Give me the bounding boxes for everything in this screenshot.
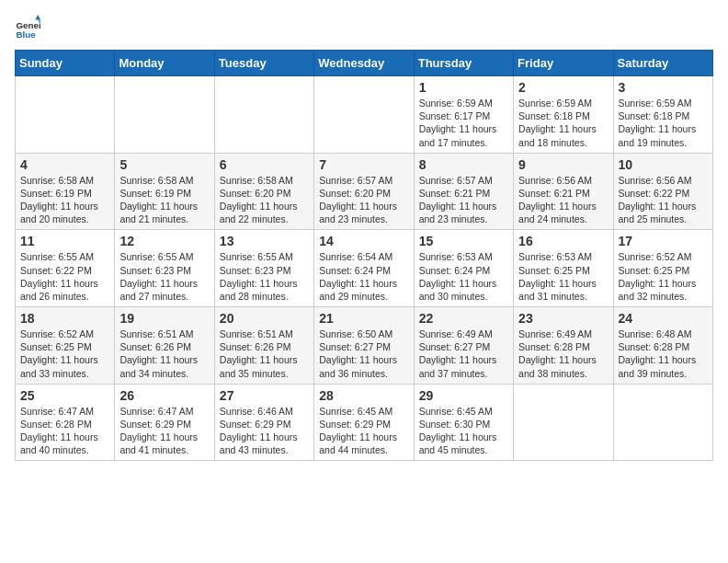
day-info: Sunrise: 6:56 AMSunset: 6:22 PMDaylight:…: [619, 174, 708, 226]
calendar-cell: 21Sunrise: 6:50 AMSunset: 6:27 PMDayligh…: [314, 307, 414, 385]
day-info: Sunrise: 6:46 AMSunset: 6:29 PMDaylight:…: [220, 405, 309, 457]
calendar-cell: 27Sunrise: 6:46 AMSunset: 6:29 PMDayligh…: [214, 384, 313, 461]
day-number: 17: [619, 234, 708, 248]
day-number: 10: [619, 157, 708, 172]
logo-icon: General Blue: [15, 15, 40, 40]
day-info: Sunrise: 6:53 AMSunset: 6:25 PMDaylight:…: [518, 250, 608, 303]
calendar-cell: 19Sunrise: 6:51 AMSunset: 6:26 PMDayligh…: [115, 307, 214, 385]
day-info: Sunrise: 6:49 AMSunset: 6:27 PMDaylight:…: [419, 327, 508, 380]
day-number: 2: [518, 80, 608, 95]
day-info: Sunrise: 6:59 AMSunset: 6:18 PMDaylight:…: [518, 97, 608, 149]
day-info: Sunrise: 6:55 AMSunset: 6:23 PMDaylight:…: [119, 250, 209, 303]
day-number: 25: [20, 388, 109, 403]
day-number: 22: [419, 311, 508, 326]
day-info: Sunrise: 6:45 AMSunset: 6:29 PMDaylight:…: [319, 405, 408, 457]
day-info: Sunrise: 6:53 AMSunset: 6:24 PMDaylight:…: [419, 250, 508, 303]
day-number: 12: [119, 234, 209, 248]
calendar-cell: [514, 384, 613, 461]
day-number: 18: [20, 311, 109, 326]
day-info: Sunrise: 6:52 AMSunset: 6:25 PMDaylight:…: [619, 250, 708, 303]
column-header-saturday: Saturday: [613, 51, 712, 76]
day-info: Sunrise: 6:47 AMSunset: 6:29 PMDaylight:…: [119, 405, 209, 457]
day-number: 26: [119, 388, 209, 403]
day-info: Sunrise: 6:45 AMSunset: 6:30 PMDaylight:…: [419, 405, 508, 457]
day-info: Sunrise: 6:58 AMSunset: 6:19 PMDaylight:…: [119, 174, 209, 226]
calendar-cell: 26Sunrise: 6:47 AMSunset: 6:29 PMDayligh…: [115, 384, 214, 461]
week-row-3: 11Sunrise: 6:55 AMSunset: 6:22 PMDayligh…: [16, 230, 713, 307]
day-number: 13: [220, 234, 309, 248]
column-header-sunday: Sunday: [16, 51, 115, 76]
day-info: Sunrise: 6:49 AMSunset: 6:28 PMDaylight:…: [518, 327, 608, 380]
day-info: Sunrise: 6:59 AMSunset: 6:18 PMDaylight:…: [619, 97, 708, 149]
calendar-cell: 8Sunrise: 6:57 AMSunset: 6:21 PMDaylight…: [414, 153, 513, 230]
day-info: Sunrise: 6:55 AMSunset: 6:22 PMDaylight:…: [20, 250, 109, 303]
column-header-wednesday: Wednesday: [314, 51, 414, 76]
day-number: 4: [20, 157, 109, 172]
day-number: 8: [419, 157, 508, 172]
day-number: 1: [419, 80, 508, 95]
svg-text:Blue: Blue: [16, 29, 36, 40]
day-number: 23: [518, 311, 608, 326]
column-header-thursday: Thursday: [414, 51, 513, 76]
day-info: Sunrise: 6:48 AMSunset: 6:28 PMDaylight:…: [619, 327, 708, 380]
calendar-table: SundayMondayTuesdayWednesdayThursdayFrid…: [15, 50, 713, 461]
week-row-5: 25Sunrise: 6:47 AMSunset: 6:28 PMDayligh…: [16, 384, 713, 461]
logo: General Blue: [15, 15, 40, 40]
calendar-cell: 17Sunrise: 6:52 AMSunset: 6:25 PMDayligh…: [613, 230, 712, 307]
day-info: Sunrise: 6:55 AMSunset: 6:23 PMDaylight:…: [220, 250, 309, 303]
calendar-cell: [214, 76, 313, 154]
day-info: Sunrise: 6:57 AMSunset: 6:21 PMDaylight:…: [419, 174, 508, 226]
day-number: 11: [20, 234, 109, 248]
day-info: Sunrise: 6:50 AMSunset: 6:27 PMDaylight:…: [319, 327, 408, 380]
calendar-cell: 13Sunrise: 6:55 AMSunset: 6:23 PMDayligh…: [214, 230, 313, 307]
calendar-cell: 15Sunrise: 6:53 AMSunset: 6:24 PMDayligh…: [414, 230, 513, 307]
day-number: 16: [518, 234, 608, 248]
week-row-4: 18Sunrise: 6:52 AMSunset: 6:25 PMDayligh…: [16, 307, 713, 385]
calendar-cell: 2Sunrise: 6:59 AMSunset: 6:18 PMDaylight…: [514, 76, 613, 154]
day-number: 28: [319, 388, 408, 403]
calendar-cell: 16Sunrise: 6:53 AMSunset: 6:25 PMDayligh…: [514, 230, 613, 307]
calendar-cell: 11Sunrise: 6:55 AMSunset: 6:22 PMDayligh…: [16, 230, 115, 307]
column-header-friday: Friday: [514, 51, 613, 76]
calendar-cell: 14Sunrise: 6:54 AMSunset: 6:24 PMDayligh…: [314, 230, 414, 307]
day-number: 20: [220, 311, 309, 326]
calendar-cell: 18Sunrise: 6:52 AMSunset: 6:25 PMDayligh…: [16, 307, 115, 385]
day-number: 19: [119, 311, 209, 326]
calendar-cell: [314, 76, 414, 154]
day-info: Sunrise: 6:57 AMSunset: 6:20 PMDaylight:…: [319, 174, 408, 226]
calendar-cell: [115, 76, 214, 154]
page-header: General Blue: [15, 15, 713, 40]
calendar-cell: [613, 384, 712, 461]
calendar-cell: 22Sunrise: 6:49 AMSunset: 6:27 PMDayligh…: [414, 307, 513, 385]
calendar-cell: 4Sunrise: 6:58 AMSunset: 6:19 PMDaylight…: [16, 153, 115, 230]
week-row-2: 4Sunrise: 6:58 AMSunset: 6:19 PMDaylight…: [16, 153, 713, 230]
day-number: 15: [419, 234, 508, 248]
day-info: Sunrise: 6:56 AMSunset: 6:21 PMDaylight:…: [518, 174, 608, 226]
calendar-cell: 9Sunrise: 6:56 AMSunset: 6:21 PMDaylight…: [514, 153, 613, 230]
day-number: 7: [319, 157, 408, 172]
calendar-cell: 20Sunrise: 6:51 AMSunset: 6:26 PMDayligh…: [214, 307, 313, 385]
calendar-cell: 5Sunrise: 6:58 AMSunset: 6:19 PMDaylight…: [115, 153, 214, 230]
day-number: 3: [619, 80, 708, 95]
day-info: Sunrise: 6:52 AMSunset: 6:25 PMDaylight:…: [20, 327, 109, 380]
calendar-cell: 23Sunrise: 6:49 AMSunset: 6:28 PMDayligh…: [514, 307, 613, 385]
calendar-cell: 24Sunrise: 6:48 AMSunset: 6:28 PMDayligh…: [613, 307, 712, 385]
calendar-cell: 6Sunrise: 6:58 AMSunset: 6:20 PMDaylight…: [214, 153, 313, 230]
day-info: Sunrise: 6:51 AMSunset: 6:26 PMDaylight:…: [220, 327, 309, 380]
calendar-cell: 1Sunrise: 6:59 AMSunset: 6:17 PMDaylight…: [414, 76, 513, 154]
calendar-cell: 7Sunrise: 6:57 AMSunset: 6:20 PMDaylight…: [314, 153, 414, 230]
calendar-header-row: SundayMondayTuesdayWednesdayThursdayFrid…: [16, 51, 713, 76]
day-number: 14: [319, 234, 408, 248]
day-number: 5: [119, 157, 209, 172]
day-info: Sunrise: 6:58 AMSunset: 6:19 PMDaylight:…: [20, 174, 109, 226]
calendar-cell: 12Sunrise: 6:55 AMSunset: 6:23 PMDayligh…: [115, 230, 214, 307]
day-info: Sunrise: 6:58 AMSunset: 6:20 PMDaylight:…: [220, 174, 309, 226]
day-number: 24: [619, 311, 708, 326]
calendar-cell: 10Sunrise: 6:56 AMSunset: 6:22 PMDayligh…: [613, 153, 712, 230]
day-info: Sunrise: 6:47 AMSunset: 6:28 PMDaylight:…: [20, 405, 109, 457]
day-number: 21: [319, 311, 408, 326]
calendar-cell: 25Sunrise: 6:47 AMSunset: 6:28 PMDayligh…: [16, 384, 115, 461]
column-header-tuesday: Tuesday: [214, 51, 313, 76]
day-number: 6: [220, 157, 309, 172]
calendar-cell: 3Sunrise: 6:59 AMSunset: 6:18 PMDaylight…: [613, 76, 712, 154]
